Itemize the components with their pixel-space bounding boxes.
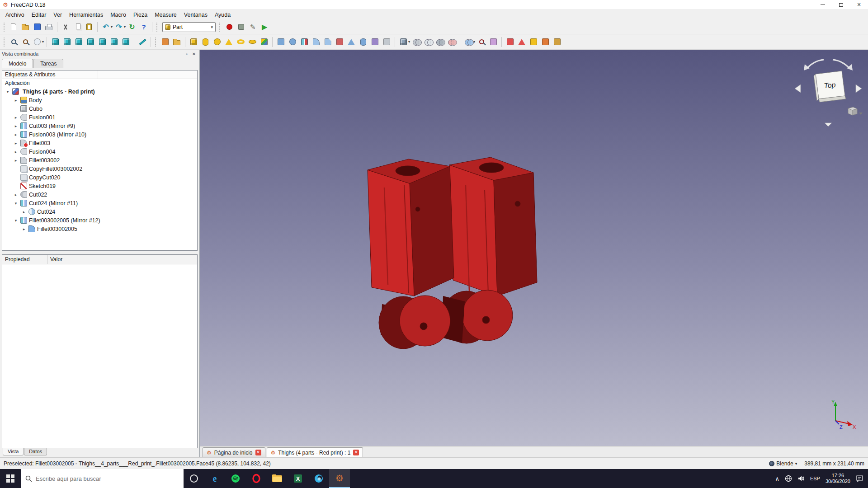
- tree-item[interactable]: ▸ Fusion003 (Mirror #10): [2, 130, 197, 139]
- taskbar-excel[interactable]: X: [288, 469, 308, 488]
- measure-angular-icon[interactable]: [516, 36, 528, 48]
- print-icon[interactable]: [43, 21, 55, 33]
- property-column-propiedad[interactable]: Propiedad: [2, 255, 47, 264]
- close-tab-icon[interactable]: ✕: [353, 450, 359, 455]
- defeaturing-icon[interactable]: [487, 36, 499, 48]
- sweep-icon[interactable]: [357, 36, 369, 48]
- taskbar-opera[interactable]: [246, 469, 267, 488]
- language-indicator[interactable]: ESP: [810, 476, 820, 481]
- menu-herramientas[interactable]: Herramientas: [66, 11, 107, 19]
- maximize-button[interactable]: [832, 0, 850, 9]
- box-zoom-icon[interactable]: [19, 36, 31, 48]
- macro-execute-icon[interactable]: ▶: [259, 21, 270, 33]
- right-view-icon[interactable]: [85, 36, 96, 48]
- tree-item[interactable]: ▸ Fillet003002: [2, 156, 197, 164]
- box-icon[interactable]: [188, 36, 199, 48]
- toolbar-handle[interactable]: [4, 38, 6, 47]
- menu-editar[interactable]: Editar: [28, 11, 50, 19]
- close-panel-icon[interactable]: ✕: [190, 51, 198, 57]
- axonometric-view-icon[interactable]: [49, 36, 61, 48]
- fit-all-icon[interactable]: [8, 36, 19, 48]
- tree-item[interactable]: ▸ Fusion001: [2, 113, 197, 122]
- boolean-cut-icon[interactable]: [422, 36, 434, 48]
- mirror-icon[interactable]: [298, 36, 310, 48]
- tree-item[interactable]: ▸ Cut024: [2, 207, 197, 216]
- fillet-icon[interactable]: [310, 36, 322, 48]
- cylinder-icon[interactable]: [199, 36, 211, 48]
- tree-item[interactable]: ▾ Thighs (4 parts - Red print): [2, 87, 197, 96]
- refresh-icon[interactable]: ↻: [126, 21, 138, 33]
- tree-item[interactable]: ▸ Cut003 (Mirror #9): [2, 122, 197, 130]
- property-column-valor[interactable]: Valor: [47, 255, 65, 264]
- menu-ventanas[interactable]: Ventanas: [180, 11, 211, 19]
- front-view-icon[interactable]: [61, 36, 73, 48]
- loft-icon[interactable]: [345, 36, 357, 48]
- start-button[interactable]: [0, 469, 21, 488]
- save-document-icon[interactable]: [31, 21, 43, 33]
- tree-item[interactable]: CopyFillet003002002: [2, 164, 197, 173]
- tube-icon[interactable]: [246, 36, 258, 48]
- join-connect-icon[interactable]: [462, 36, 474, 48]
- tree-item[interactable]: ▾ Cut024 (Mirror #11): [2, 199, 197, 207]
- revolve-icon[interactable]: [287, 36, 298, 48]
- tab-tareas[interactable]: Tareas: [33, 59, 63, 68]
- expander-icon[interactable]: ▸: [13, 98, 19, 103]
- part-import-icon[interactable]: [159, 36, 171, 48]
- taskbar-spotify[interactable]: [225, 469, 246, 488]
- expander-icon[interactable]: ▸: [13, 124, 19, 128]
- taskbar-clock[interactable]: 17:26 30/06/2020: [826, 473, 850, 484]
- tree-item[interactable]: ▾ Fillet003002005 (Mirror #12): [2, 216, 197, 225]
- cut-icon[interactable]: [60, 21, 71, 33]
- chamfer-icon[interactable]: [322, 36, 334, 48]
- toggle-measurement-3d-icon[interactable]: [551, 36, 563, 48]
- top-view-icon[interactable]: [73, 36, 85, 48]
- draw-style-icon[interactable]: [31, 36, 43, 48]
- boolean-intersection-icon[interactable]: [446, 36, 458, 48]
- menu-ver[interactable]: Ver: [50, 11, 66, 19]
- tree-item[interactable]: ▸ Body: [2, 96, 197, 104]
- paste-icon[interactable]: [83, 21, 95, 33]
- bottom-view-icon[interactable]: [108, 36, 120, 48]
- navigation-cube[interactable]: Top: [792, 53, 864, 129]
- expander-icon[interactable]: ▾: [13, 218, 19, 223]
- close-button[interactable]: ✕: [850, 0, 868, 9]
- volume-icon[interactable]: [797, 475, 805, 482]
- nav-mini-cube-icon[interactable]: [848, 107, 863, 115]
- cross-sections-icon[interactable]: [381, 36, 392, 48]
- expander-icon[interactable]: ▸: [21, 210, 27, 214]
- tab-modelo[interactable]: Modelo: [2, 59, 33, 68]
- expander-icon[interactable]: ▸: [13, 115, 19, 120]
- new-document-icon[interactable]: [8, 21, 19, 33]
- tree-item[interactable]: ▸ Fusion004: [2, 147, 197, 156]
- measure-clear-icon[interactable]: [539, 36, 551, 48]
- 3d-viewport[interactable]: Top Y X Z: [200, 50, 868, 446]
- menu-ayuda[interactable]: Ayuda: [211, 11, 234, 19]
- rear-view-icon[interactable]: [96, 36, 108, 48]
- toolbar-handle[interactable]: [156, 23, 159, 32]
- search-input[interactable]: [36, 475, 179, 482]
- expander-icon[interactable]: ▸: [21, 227, 27, 231]
- toolbar-handle[interactable]: [219, 23, 222, 32]
- boolean-icon[interactable]: [410, 36, 422, 48]
- measure-refresh-icon[interactable]: [528, 36, 539, 48]
- sphere-icon[interactable]: [211, 36, 223, 48]
- taskbar-file-explorer[interactable]: [267, 469, 288, 488]
- undo-icon[interactable]: ↶: [100, 21, 112, 33]
- menu-pieza[interactable]: Pieza: [130, 11, 151, 19]
- toolbar-handle[interactable]: [4, 23, 6, 32]
- expander-icon[interactable]: ▾: [5, 89, 10, 94]
- workbench-selector[interactable]: Part ▾: [162, 22, 216, 32]
- ruled-surface-icon[interactable]: [334, 36, 345, 48]
- tray-chevron-up-icon[interactable]: ∧: [775, 475, 779, 482]
- compound-icon[interactable]: [397, 36, 409, 48]
- tab-datos[interactable]: Datos: [24, 448, 47, 455]
- network-icon[interactable]: [785, 475, 792, 482]
- expander-icon[interactable]: ▸: [13, 150, 19, 154]
- cone-icon[interactable]: [223, 36, 235, 48]
- taskbar-edge[interactable]: e: [204, 469, 225, 488]
- toolbar-handle[interactable]: [155, 38, 157, 47]
- taskbar-cortana[interactable]: [184, 469, 204, 488]
- macro-record-icon[interactable]: [223, 21, 235, 33]
- expander-icon[interactable]: ▸: [13, 158, 19, 163]
- open-document-icon[interactable]: [19, 21, 31, 33]
